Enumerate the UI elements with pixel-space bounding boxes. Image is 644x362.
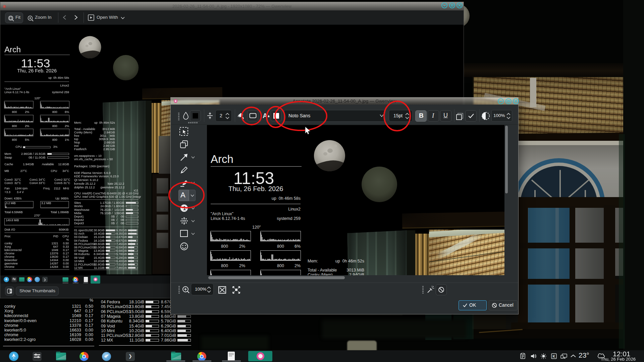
svg-text:K: K: [553, 354, 555, 358]
svg-text:A: A: [263, 112, 267, 119]
svg-text:1: 1: [183, 205, 186, 211]
